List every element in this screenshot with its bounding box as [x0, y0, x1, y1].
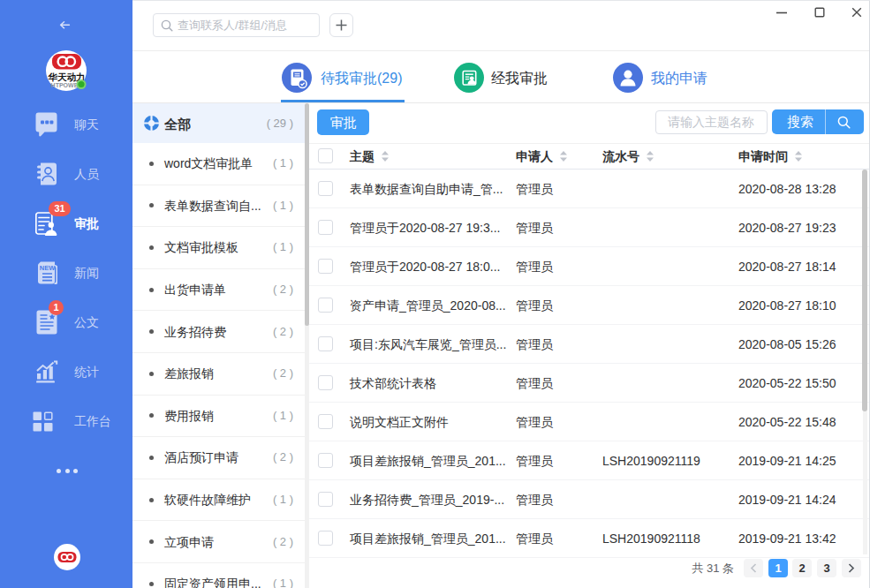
svg-text:NEW: NEW [40, 264, 56, 272]
